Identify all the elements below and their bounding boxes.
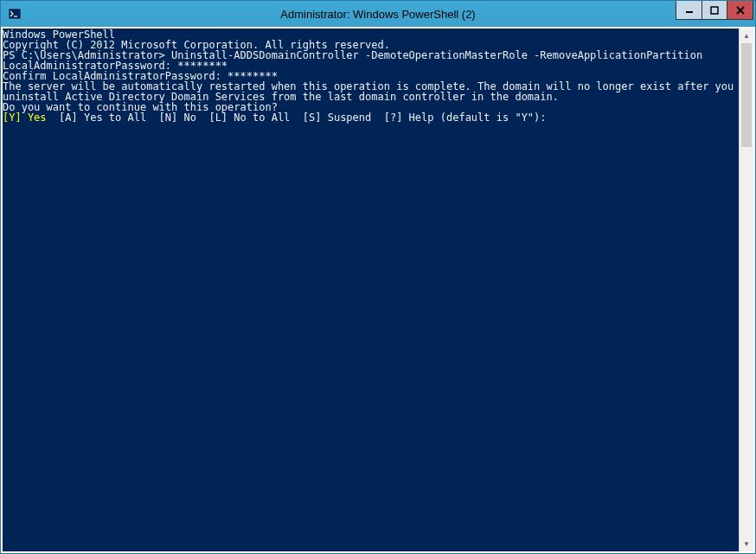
svg-rect-0 (9, 9, 21, 19)
scrollbar-track[interactable] (740, 43, 753, 537)
powershell-window: Administrator: Windows PowerShell (2) Wi… (0, 0, 756, 554)
close-button[interactable] (727, 1, 753, 20)
titlebar[interactable]: Administrator: Windows PowerShell (2) (1, 1, 755, 27)
svg-rect-3 (711, 7, 718, 14)
minimize-button[interactable] (676, 1, 702, 20)
maximize-button[interactable] (702, 1, 727, 20)
prompt-options: [A] Yes to All [N] No [L] No to All [S] … (47, 111, 547, 124)
scroll-up-arrow-icon[interactable]: ▲ (740, 29, 753, 43)
scroll-down-arrow-icon[interactable]: ▼ (740, 537, 753, 551)
console-output[interactable]: Windows PowerShellCopyright (C) 2012 Mic… (3, 29, 739, 551)
window-title: Administrator: Windows PowerShell (2) (1, 8, 755, 21)
window-controls (676, 1, 755, 20)
console-area: Windows PowerShellCopyright (C) 2012 Mic… (1, 27, 755, 553)
scrollbar-thumb[interactable] (741, 43, 752, 147)
prompt-default-option: [Y] Yes (3, 111, 47, 124)
console-prompt-line: [Y] Yes [A] Yes to All [N] No [L] No to … (3, 112, 739, 123)
powershell-icon (8, 7, 22, 21)
vertical-scrollbar[interactable]: ▲ ▼ (739, 29, 753, 551)
